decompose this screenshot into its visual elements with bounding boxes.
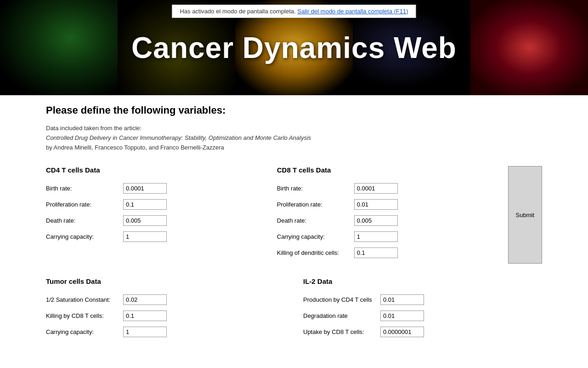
article-authors: by Andrea Minelli, Francesco Topputo, an… — [46, 144, 224, 151]
bottom-row: Tumor cells Data 1/2 Saturation Constant… — [46, 277, 542, 343]
hero-title: Cancer Dynamics Web — [131, 31, 457, 65]
notification-message: Has activado el modo de pantalla complet… — [180, 8, 295, 15]
tumor-saturation-row: 1/2 Saturation Constant: — [46, 294, 285, 305]
il2-degradation-input[interactable] — [380, 310, 424, 321]
cd8-killing-dendritic-label: Killing of dendritic cells: — [277, 249, 351, 256]
cd4-birth-rate-row: Birth rate: — [46, 183, 259, 194]
tumor-killing-cd8-input[interactable] — [123, 310, 167, 321]
cd8-proliferation-rate-input[interactable] — [354, 199, 398, 210]
page-title: Please define the following variables: — [46, 104, 542, 116]
article-prefix: Data included taken from the article: — [46, 125, 141, 132]
il2-degradation-label: Degradation rate — [303, 312, 377, 319]
tumor-saturation-input[interactable] — [123, 294, 167, 305]
cd8-carrying-capacity-label: Carrying capacity: — [277, 233, 351, 240]
il2-uptake-label: Uptake by CD8 T cells: — [303, 328, 377, 335]
cd8-proliferation-rate-row: Proliferation rate: — [277, 199, 490, 210]
main-content: Please define the following variables: D… — [0, 95, 588, 368]
tumor-saturation-label: 1/2 Saturation Constant: — [46, 296, 119, 303]
il2-section: IL-2 Data Production by CD4 T cells Degr… — [303, 277, 542, 343]
tumor-section: Tumor cells Data 1/2 Saturation Constant… — [46, 277, 285, 343]
hero-cell-5 — [470, 0, 588, 95]
cd4-death-rate-input[interactable] — [123, 215, 167, 226]
cd8-death-rate-label: Death rate: — [277, 217, 351, 224]
tumor-carrying-capacity-row: Carrying capacity: — [46, 327, 285, 337]
cd4-death-rate-label: Death rate: — [46, 217, 119, 224]
cd8-killing-dendritic-row: Killing of dendritic cells: — [277, 247, 490, 258]
cd8-death-rate-input[interactable] — [354, 215, 398, 226]
tumor-carrying-capacity-label: Carrying capacity: — [46, 328, 119, 335]
cd8-birth-rate-input[interactable] — [354, 183, 398, 194]
il2-degradation-row: Degradation rate — [303, 310, 542, 321]
tumor-killing-cd8-row: Killing by CD8 T cells: — [46, 310, 285, 321]
top-row: CD4 T cells Data Birth rate: Proliferati… — [46, 166, 542, 264]
il2-production-row: Production by CD4 T cells — [303, 294, 542, 305]
cd8-section: CD8 T cells Data Birth rate: Proliferati… — [277, 166, 490, 264]
exit-fullscreen-link[interactable]: Salir del modo de pantalla completa (F11… — [297, 8, 408, 15]
il2-section-title: IL-2 Data — [303, 277, 542, 285]
submit-button[interactable]: Submit — [508, 166, 542, 264]
hero-banner: Has activado el modo de pantalla complet… — [0, 0, 588, 95]
cd4-carrying-capacity-input[interactable] — [123, 231, 167, 242]
il2-uptake-input[interactable] — [380, 327, 424, 337]
cd8-proliferation-rate-label: Proliferation rate: — [277, 201, 351, 208]
cd4-proliferation-rate-label: Proliferation rate: — [46, 201, 119, 208]
cd4-proliferation-rate-row: Proliferation rate: — [46, 199, 259, 210]
il2-production-label: Production by CD4 T cells — [303, 296, 377, 303]
cd8-section-title: CD8 T cells Data — [277, 166, 490, 174]
notification-bar: Has activado el modo de pantalla complet… — [172, 5, 416, 18]
tumor-killing-cd8-label: Killing by CD8 T cells: — [46, 312, 119, 319]
cd4-carrying-capacity-row: Carrying capacity: — [46, 231, 259, 242]
cd8-death-rate-row: Death rate: — [277, 215, 490, 226]
cd8-carrying-capacity-row: Carrying capacity: — [277, 231, 490, 242]
cd4-death-rate-row: Death rate: — [46, 215, 259, 226]
article-info: Data included taken from the article: Co… — [46, 124, 542, 152]
il2-production-input[interactable] — [380, 294, 424, 305]
cd4-proliferation-rate-input[interactable] — [123, 199, 167, 210]
cd8-birth-rate-label: Birth rate: — [277, 185, 351, 192]
il2-uptake-row: Uptake by CD8 T cells: — [303, 327, 542, 337]
cd4-carrying-capacity-label: Carrying capacity: — [46, 233, 119, 240]
tumor-carrying-capacity-input[interactable] — [123, 327, 167, 337]
cd8-killing-dendritic-input[interactable] — [354, 247, 398, 258]
submit-area: Submit — [508, 166, 542, 264]
cd4-section-title: CD4 T cells Data — [46, 166, 259, 174]
tumor-section-title: Tumor cells Data — [46, 277, 285, 285]
article-title: Controlled Drug Delivery in Cancer Immun… — [46, 134, 311, 141]
cd4-birth-rate-label: Birth rate: — [46, 185, 119, 192]
cd8-carrying-capacity-input[interactable] — [354, 231, 398, 242]
hero-cell-1 — [0, 0, 118, 95]
cd4-birth-rate-input[interactable] — [123, 183, 167, 194]
cd4-section: CD4 T cells Data Birth rate: Proliferati… — [46, 166, 259, 264]
cd8-birth-rate-row: Birth rate: — [277, 183, 490, 194]
